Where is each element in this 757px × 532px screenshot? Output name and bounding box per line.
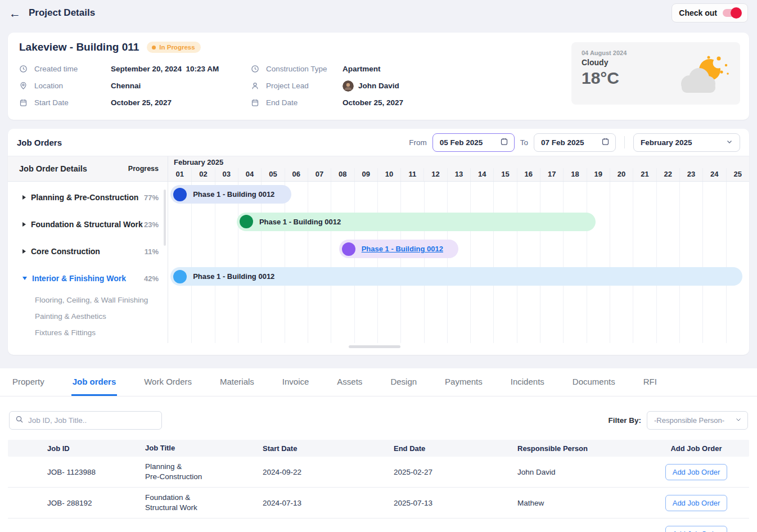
job-order-subitem[interactable]: Painting & Aesthetics — [8, 308, 168, 324]
chevron-down-icon — [735, 416, 742, 425]
gantt-gridline — [517, 182, 517, 343]
tab-payments[interactable]: Payments — [444, 368, 484, 396]
job-orders-title: Job Orders — [17, 138, 62, 147]
gantt-gridline — [563, 182, 564, 343]
gantt-bar[interactable]: Phase 1 - Building 0012 — [170, 267, 742, 286]
checkout-toggle[interactable] — [723, 9, 741, 17]
gantt-gridline — [331, 182, 331, 343]
job-order-item[interactable]: Planning & Pre-Construction77% — [8, 184, 168, 211]
day-header-cell: 21 — [633, 168, 656, 181]
table-row: Add Job Order — [8, 519, 749, 532]
calendar-icon — [500, 137, 508, 147]
tab-property[interactable]: Property — [11, 368, 46, 396]
job-orders-card: Job Orders From 05 Feb 2025 To 07 Feb 20… — [8, 129, 749, 355]
job-orders-table: Job IDJob TitleStart DateEnd DateRespons… — [8, 440, 749, 532]
filter-value: -Responsible Person- — [654, 416, 724, 425]
job-order-item[interactable]: Core Construction11% — [8, 238, 168, 265]
tab-documents[interactable]: Documents — [571, 368, 616, 396]
job-order-item[interactable]: Foundation & Structural Work23% — [8, 211, 168, 238]
project-field: Start DateOctober 25, 2027 — [19, 97, 251, 109]
job-id-cell: JOB- 1123988 — [8, 468, 115, 476]
search-input[interactable] — [28, 416, 156, 425]
gantt-bar[interactable]: Phase 1 - Building 0012 — [339, 240, 459, 258]
field-label: Created time — [34, 65, 111, 73]
horizontal-scrollbar[interactable] — [349, 345, 400, 348]
tab-assets[interactable]: Assets — [336, 368, 363, 396]
tab-incidents[interactable]: Incidents — [510, 368, 546, 396]
field-value: Apartment — [343, 65, 381, 73]
add-job-order-button[interactable]: Add Job Order — [665, 464, 728, 480]
progress-column-header: Progress — [128, 165, 159, 173]
back-icon[interactable]: ← — [9, 7, 21, 19]
bar-dot-icon — [342, 242, 355, 256]
gantt-gridline — [702, 182, 703, 343]
weather-widget: 04 August 2024 Cloudy 18°C — [571, 42, 740, 105]
tab-rfi[interactable]: RFI — [642, 368, 658, 396]
tab-bar: PropertyJob ordersWork OrdersMaterialsIn… — [0, 368, 757, 396]
job-order-subitem[interactable]: Fixtures & Fittings — [8, 324, 168, 341]
project-fields-right: Construction TypeApartmentProject LeadJo… — [251, 63, 403, 109]
day-header-cell: 25 — [726, 168, 749, 181]
tab-work-orders[interactable]: Work Orders — [143, 368, 193, 396]
job-title-cell: Foundation & Structural Work — [115, 493, 244, 513]
gantt-gridline — [377, 182, 378, 343]
tab-materials[interactable]: Materials — [219, 368, 255, 396]
field-value: October 25, 2027 — [111, 98, 172, 107]
gantt-gridline — [587, 182, 587, 343]
gantt-gridline — [540, 182, 540, 343]
job-order-item-label: Interior & Finishing Work — [32, 274, 144, 283]
job-title-cell: Planning & Pre-Construction — [115, 462, 244, 482]
add-job-order-button[interactable]: Add Job Order — [665, 495, 728, 511]
job-order-item[interactable]: Interior & Finishing Work42% — [8, 265, 168, 292]
checkout-label: Check out — [679, 8, 717, 17]
search-box[interactable] — [9, 411, 162, 430]
from-date-input[interactable]: 05 Feb 2025 — [432, 133, 515, 152]
page-title: Project Details — [29, 7, 95, 19]
gantt-gridline — [447, 182, 448, 343]
bar-dot-icon — [240, 215, 253, 228]
gantt-bar[interactable]: Phase 1 - Building 0012 — [170, 185, 291, 204]
job-order-progress: 77% — [144, 193, 159, 202]
job-order-subitem[interactable]: Flooring, Ceiling, & Wall Finishing — [8, 292, 168, 308]
person-icon — [251, 82, 260, 90]
day-header-cell: 05 — [261, 168, 284, 181]
column-header: Job Title — [115, 443, 244, 453]
day-header-cell: 06 — [285, 168, 308, 181]
from-date-value: 05 Feb 2025 — [440, 138, 483, 147]
gantt-month-label: February 2025 — [174, 158, 223, 166]
divider — [624, 136, 625, 148]
tab-job-orders[interactable]: Job orders — [71, 368, 118, 396]
gantt-gridline — [238, 182, 238, 343]
responsible-person-filter[interactable]: -Responsible Person- — [647, 411, 748, 430]
day-header-cell: 09 — [354, 168, 377, 181]
field-label: Location — [34, 82, 111, 90]
column-header: Add Job Order — [643, 444, 749, 453]
calendar-icon — [251, 98, 260, 107]
to-date-input[interactable]: 07 Feb 2025 — [534, 133, 616, 152]
gantt-gridline — [679, 182, 680, 343]
gantt-bar[interactable]: Phase 1 - Building 0012 — [237, 213, 596, 231]
table-row: JOB- 1123988Planning & Pre-Construction2… — [8, 457, 749, 488]
add-job-order-button[interactable]: Add Job Order — [665, 526, 728, 532]
topbar: ← Project Details Check out — [0, 0, 757, 26]
day-header-cell: 20 — [610, 168, 633, 181]
field-label: Construction Type — [266, 65, 343, 73]
vertical-scrollbar[interactable] — [164, 190, 166, 246]
month-selector[interactable]: February 2025 — [633, 133, 740, 152]
to-label: To — [520, 138, 528, 147]
status-badge: In Progress — [147, 42, 200, 53]
job-order-progress: 23% — [144, 220, 159, 229]
project-field: Created timeSeptember 20, 2024 10:23 AM — [19, 63, 251, 75]
gantt-gridline — [354, 182, 355, 343]
gantt-gridline — [656, 182, 657, 343]
checkout-button[interactable]: Check out — [672, 3, 748, 22]
tab-design[interactable]: Design — [389, 368, 418, 396]
column-header: Job ID — [8, 444, 115, 453]
day-header-cell: 08 — [331, 168, 354, 181]
gantt-gridline — [308, 182, 308, 343]
bar-label: Phase 1 - Building 0012 — [362, 245, 443, 253]
project-summary-card: Lakeview - Building 011 In Progress Crea… — [8, 33, 749, 120]
tab-invoice[interactable]: Invoice — [281, 368, 310, 396]
add-job-order-cell: Add Job Order — [643, 495, 749, 511]
job-order-progress: 11% — [145, 247, 159, 256]
